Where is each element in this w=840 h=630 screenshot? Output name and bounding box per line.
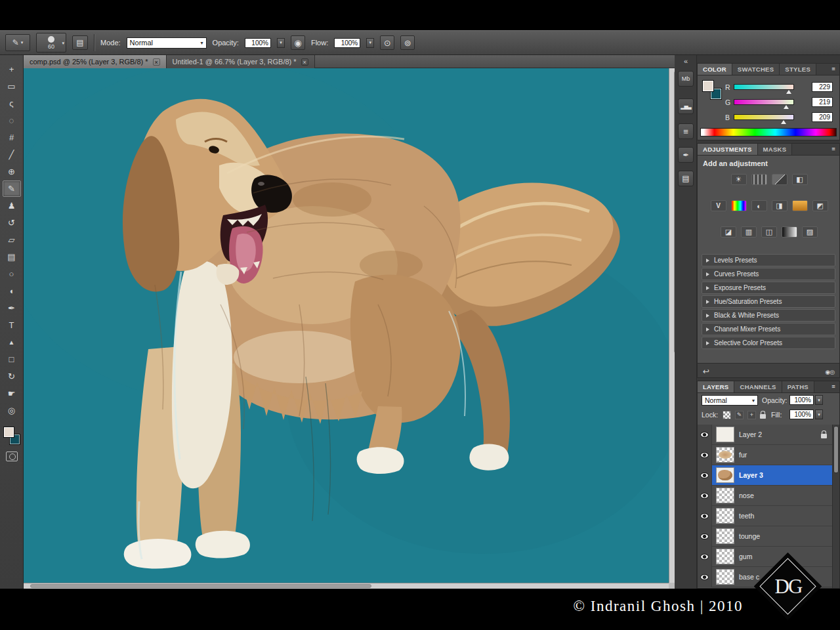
lasso-tool[interactable] [3, 95, 21, 112]
panel-menu-icon[interactable] [828, 381, 839, 392]
brush-tool[interactable] [3, 180, 21, 197]
visibility-cell[interactable] [698, 486, 712, 506]
layer-row-layer2[interactable]: Layer 2 [698, 425, 832, 445]
green-slider[interactable] [734, 99, 794, 105]
return-arrow-icon[interactable] [703, 365, 709, 377]
blue-slider[interactable] [734, 114, 794, 120]
tab-adjustments[interactable]: ADJUSTMENTS [698, 144, 758, 155]
tab-swatches[interactable]: SWATCHES [732, 64, 780, 75]
collapse-panels-icon[interactable] [675, 56, 697, 66]
canvas-vertical-scrollbar[interactable] [669, 68, 675, 583]
foreground-background-swatches[interactable] [3, 427, 21, 445]
eye-icon[interactable] [700, 432, 709, 438]
color-balance-icon[interactable] [751, 200, 767, 211]
invert-icon[interactable] [721, 226, 736, 238]
photo-filter-icon[interactable] [792, 200, 808, 211]
airbrush-pressure-button[interactable]: ⊙ [380, 35, 394, 50]
toggle-brushes-panel-button[interactable]: ▤ [72, 35, 88, 50]
blur-tool[interactable] [3, 266, 21, 282]
red-value-input[interactable]: 229 [812, 82, 833, 92]
layer-row-nose[interactable]: nose [698, 486, 832, 506]
layer-thumbnail[interactable] [716, 467, 734, 483]
quick-mask-button[interactable] [6, 452, 18, 461]
layer-row-fur[interactable]: fur [698, 445, 832, 465]
layers-scrollbar[interactable] [832, 425, 839, 588]
layer-thumbnail[interactable] [716, 427, 734, 442]
tab-layers[interactable]: LAYERS [698, 381, 734, 392]
eye-icon[interactable] [700, 472, 709, 478]
tool-preset-picker[interactable]: ✎ ▾ [5, 34, 30, 51]
opacity-slider-button[interactable]: ▾ [815, 395, 823, 405]
gradient-map-icon[interactable] [782, 226, 797, 238]
clone-stamp-tool[interactable] [3, 198, 21, 214]
levels-presets-item[interactable]: Levels Presets [702, 254, 835, 266]
type-tool[interactable] [3, 317, 21, 333]
gradient-tool[interactable] [3, 249, 21, 265]
layer-thum bnail[interactable] [716, 549, 734, 564]
close-icon[interactable] [301, 58, 308, 66]
history-brush-tool[interactable] [3, 215, 21, 231]
lock-all-icon[interactable] [760, 414, 766, 419]
lock-position-icon[interactable] [747, 411, 756, 419]
exposure-icon[interactable] [792, 174, 808, 185]
curves-presets-item[interactable]: Curves Presets [702, 268, 835, 280]
layer-opacity-input[interactable]: 100% [789, 395, 814, 405]
layer-fill-input[interactable]: 100% [789, 410, 814, 419]
blend-mode-select[interactable]: Normal ▾ [127, 37, 207, 49]
zoom-tool[interactable] [3, 402, 21, 419]
panel-menu-icon[interactable] [828, 64, 839, 75]
selective-color-presets-item[interactable]: Selective Color Presets [702, 337, 835, 349]
flow-input[interactable]: 100% [334, 38, 360, 48]
tab-paths[interactable]: PATHS [782, 381, 814, 392]
vibrance-icon[interactable] [711, 200, 726, 211]
red-slider[interactable] [734, 84, 794, 90]
crop-tool[interactable] [3, 129, 21, 146]
red-slider-handle[interactable] [786, 90, 791, 94]
panel-menu-icon[interactable] [828, 144, 839, 155]
lock-transparency-icon[interactable] [723, 411, 731, 419]
tab-color[interactable]: COLOR [698, 64, 732, 75]
curves-icon[interactable] [772, 174, 788, 185]
info-panel-icon[interactable]: Mb [678, 71, 694, 87]
layer-thumbnail[interactable] [716, 447, 734, 463]
tab-styles[interactable]: STYLES [780, 64, 816, 75]
disclosure-triangle-icon[interactable] [706, 286, 709, 290]
channel-mixer-presets-item[interactable]: Channel Mixer Presets [702, 323, 835, 335]
canvas[interactable] [24, 68, 669, 583]
brush-size-picker[interactable]: 60 ▾ [36, 33, 66, 52]
layer-thumbnail[interactable] [716, 508, 734, 524]
layer-thumbnail[interactable] [716, 488, 734, 503]
hand-tool[interactable] [3, 385, 21, 402]
green-value-input[interactable]: 219 [812, 97, 833, 107]
shape-tool[interactable] [3, 351, 21, 368]
visibility-cell[interactable] [698, 526, 712, 547]
eyedropper-tool[interactable] [3, 146, 21, 163]
fill-slider-button[interactable]: ▾ [815, 410, 823, 419]
eye-icon[interactable] [700, 513, 709, 519]
disclosure-triangle-icon[interactable] [706, 259, 709, 262]
move-tool[interactable] [3, 61, 21, 77]
document-tab-untitled[interactable]: Untitled-1 @ 66.7% (Layer 3, RGB/8) * [167, 55, 315, 68]
blue-slider-handle[interactable] [781, 120, 786, 124]
eye-icon[interactable] [700, 534, 709, 539]
layer-row-layer3[interactable]: Layer 3 [698, 465, 832, 486]
visibility-cell[interactable] [698, 445, 712, 465]
brightness-contrast-icon[interactable] [731, 174, 747, 185]
channel-mixer-icon[interactable] [812, 200, 828, 211]
black-white-icon[interactable] [772, 200, 788, 211]
visibility-cell[interactable] [698, 465, 712, 486]
flow-slider-button[interactable]: ▾ [366, 38, 374, 48]
tab-channels[interactable]: CHANNELS [734, 381, 782, 392]
layer-row-tounge[interactable]: tounge [698, 526, 832, 547]
tablet-pressure-button[interactable]: ⊚ [400, 35, 415, 50]
close-icon[interactable] [153, 58, 160, 66]
disclosure-triangle-icon[interactable] [706, 341, 709, 345]
character-panel-icon[interactable] [678, 123, 694, 139]
posterize-icon[interactable] [741, 226, 757, 238]
layer-blend-mode-select[interactable]: Normal ▾ [702, 395, 758, 406]
tool-presets-panel-icon[interactable] [678, 171, 694, 186]
healing-brush-tool[interactable] [3, 163, 21, 180]
dodge-tool[interactable] [3, 283, 21, 299]
marquee-tool[interactable] [3, 78, 21, 94]
canvas-horizontal-scrollbar[interactable] [24, 583, 669, 589]
